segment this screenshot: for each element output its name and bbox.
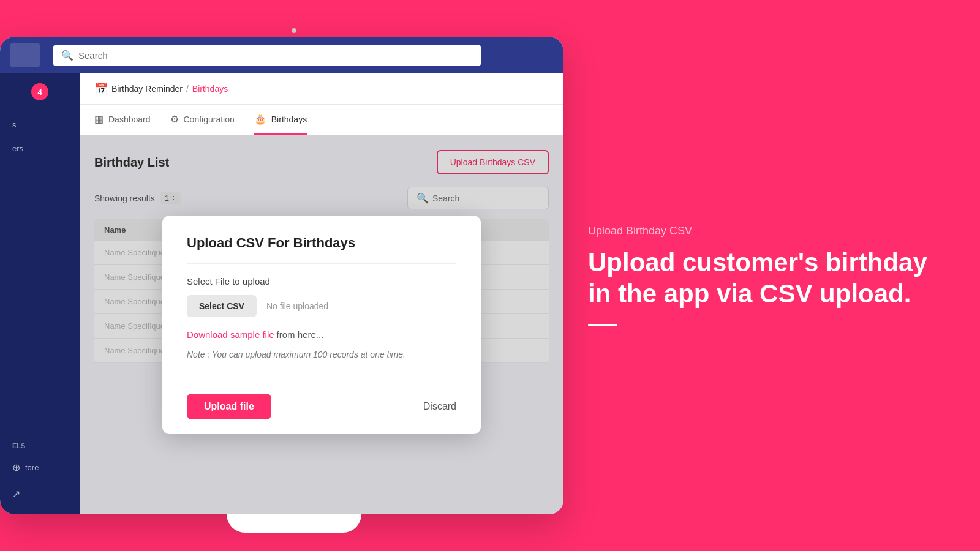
nav-logo bbox=[10, 43, 40, 67]
external-link-icon: ↗ bbox=[12, 488, 20, 500]
from-here-text: from here... bbox=[277, 329, 324, 340]
tab-configuration[interactable]: ⚙ Configuration bbox=[170, 105, 235, 135]
dashboard-icon: ▦ bbox=[94, 113, 104, 125]
configuration-icon: ⚙ bbox=[170, 113, 179, 125]
note-text: Note : You can upload maximum 100 record… bbox=[187, 350, 456, 359]
nav-search[interactable]: 🔍 bbox=[53, 45, 481, 66]
tab-birthdays-label: Birthdays bbox=[271, 114, 307, 124]
sidebar-action-label: tore bbox=[25, 463, 39, 472]
tab-dashboard[interactable]: ▦ Dashboard bbox=[94, 105, 151, 135]
birthday-list-area: Birthday List Upload Birthdays CSV Showi… bbox=[80, 135, 564, 514]
upload-file-button[interactable]: Upload file bbox=[187, 394, 271, 419]
discard-button[interactable]: Discard bbox=[423, 401, 456, 412]
download-sample-link[interactable]: Download sample file bbox=[187, 329, 274, 340]
sidebar-item-s[interactable]: s bbox=[7, 115, 72, 134]
modal-file-label: Select File to upload bbox=[187, 276, 456, 287]
device-bottom bbox=[227, 514, 361, 533]
upload-csv-modal: Upload CSV For Birthdays Select File to … bbox=[162, 216, 481, 434]
birthdays-icon: 🎂 bbox=[254, 113, 266, 125]
device-container: 🔍 4 s ers bbox=[0, 18, 588, 533]
main-content: 4 s ers ELS ⊕ tore bbox=[0, 73, 564, 514]
sidebar-items: s ers bbox=[0, 115, 80, 158]
sidebar-action-store[interactable]: ⊕ tore bbox=[7, 457, 72, 478]
breadcrumb-app-name: Birthday Reminder bbox=[111, 84, 183, 94]
nav-search-wrapper: 🔍 bbox=[53, 45, 481, 66]
modal-title: Upload CSV For Birthdays bbox=[187, 235, 456, 264]
breadcrumb: 📅 Birthday Reminder / Birthdays bbox=[80, 73, 564, 105]
top-nav: 🔍 bbox=[0, 37, 564, 73]
file-select-row: Select CSV No file uploaded bbox=[187, 295, 456, 317]
right-panel-subtitle: Upload Birthday CSV bbox=[588, 225, 943, 238]
tab-dashboard-label: Dashboard bbox=[108, 114, 151, 124]
breadcrumb-separator: / bbox=[186, 84, 189, 94]
sidebar-item-label: s bbox=[12, 120, 17, 129]
tab-birthdays[interactable]: 🎂 Birthdays bbox=[254, 105, 307, 135]
download-row: Download sample file from here... bbox=[187, 329, 456, 340]
sidebar-section: ELS ⊕ tore ↗ bbox=[0, 440, 80, 504]
no-file-text: No file uploaded bbox=[266, 301, 328, 311]
search-icon: 🔍 bbox=[61, 50, 74, 61]
modal-body: Upload CSV For Birthdays Select File to … bbox=[162, 216, 481, 379]
sidebar-section-label: ELS bbox=[7, 440, 72, 452]
sidebar: 4 s ers ELS ⊕ tore bbox=[0, 73, 80, 514]
sidebar-badge: 4 bbox=[31, 83, 48, 100]
app-inner: 🔍 4 s ers bbox=[0, 37, 564, 514]
plus-circle-icon: ⊕ bbox=[12, 462, 20, 473]
device-dot bbox=[292, 28, 296, 33]
sidebar-item-label: ers bbox=[12, 144, 23, 153]
right-panel-title: Upload customer's birthday in the app vi… bbox=[588, 247, 943, 309]
select-csv-button[interactable]: Select CSV bbox=[187, 295, 257, 317]
breadcrumb-current: Birthdays bbox=[192, 84, 228, 94]
modal-overlay: Upload CSV For Birthdays Select File to … bbox=[80, 135, 564, 514]
sidebar-item-ers[interactable]: ers bbox=[7, 139, 72, 158]
sidebar-action-external[interactable]: ↗ bbox=[7, 483, 72, 504]
search-input[interactable] bbox=[78, 50, 473, 61]
birthday-reminder-icon: 📅 bbox=[94, 82, 108, 96]
right-panel-underline bbox=[588, 324, 617, 326]
page-content: 📅 Birthday Reminder / Birthdays ▦ Dashbo… bbox=[80, 73, 564, 514]
modal-footer: Upload file Discard bbox=[162, 379, 481, 434]
right-panel: Upload Birthday CSV Upload customer's bi… bbox=[551, 0, 980, 551]
tabs-bar: ▦ Dashboard ⚙ Configuration 🎂 Birthdays bbox=[80, 105, 564, 135]
tab-configuration-label: Configuration bbox=[184, 114, 235, 124]
device-frame: 🔍 4 s ers bbox=[0, 37, 564, 514]
